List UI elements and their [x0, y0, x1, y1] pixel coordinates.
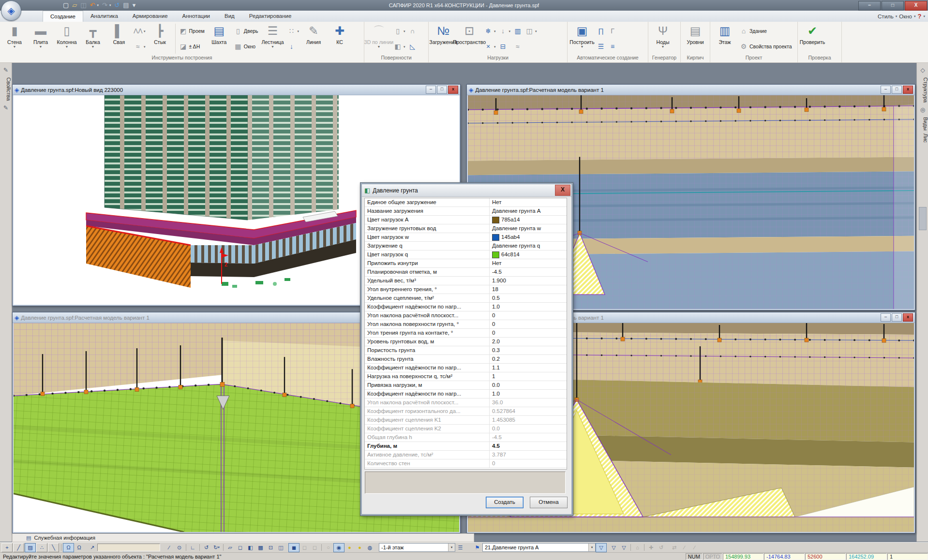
- slope-button[interactable]: ↗: [87, 544, 97, 552]
- view-mode-5-button[interactable]: ⊡: [266, 544, 276, 552]
- ribbon-button-Здание[interactable]: ⌂Здание: [739, 26, 792, 36]
- ribbon-button-docs-icon[interactable]: ≡: [608, 42, 617, 51]
- snap-line-button[interactable]: ╱: [13, 543, 24, 552]
- property-value[interactable]: 0: [490, 311, 567, 320]
- view-mode-1-button[interactable]: ▱: [225, 544, 235, 552]
- menu-Стиль[interactable]: Стиль: [878, 14, 894, 19]
- property-value[interactable]: 0.2: [490, 355, 567, 363]
- ribbon-button-point-grid-icon[interactable]: ∷▾: [287, 26, 299, 36]
- view-ghost-button[interactable]: ◻: [299, 544, 310, 552]
- filter-button[interactable]: ▽: [596, 543, 607, 552]
- ribbon-button-spring-icon[interactable]: ≈▾: [134, 42, 146, 51]
- undo-icon[interactable]: ↶: [90, 0, 95, 11]
- rotate-cw-button[interactable]: ↻▾: [211, 544, 222, 552]
- ribbon-button-Балка[interactable]: ┳Балка▼: [80, 23, 105, 55]
- load-select[interactable]: 21.Давление грунта A▾: [482, 543, 596, 552]
- ribbon-button-stairs-gen-icon[interactable]: ☰: [597, 42, 605, 51]
- ribbon-button-3D по линии[interactable]: ⌒3D по линии▼: [366, 23, 391, 55]
- slash-b-button[interactable]: ∕: [689, 544, 700, 552]
- caret-icon[interactable]: ▾: [914, 15, 916, 18]
- ruler-icon[interactable]: ▤: [123, 0, 129, 11]
- ribbon-button-Дверь[interactable]: ▯Дверь: [234, 26, 258, 36]
- pan-button[interactable]: ✚: [646, 544, 656, 552]
- tab-Вид[interactable]: Вид: [217, 11, 242, 22]
- lamp-active-button[interactable]: ◉: [333, 543, 344, 552]
- property-row[interactable]: Коэффициент сцепления K11.453085: [365, 416, 567, 425]
- property-row[interactable]: Глубина, м4.5: [365, 442, 567, 451]
- ribbon-button-Проем[interactable]: ◩Проем: [179, 26, 205, 36]
- ribbon-button-Колонна[interactable]: ▯Колонна▼: [54, 23, 79, 55]
- property-value[interactable]: 1.453085: [490, 416, 567, 424]
- ribbon-button-elastic-support-icon[interactable]: ≈: [513, 42, 522, 51]
- sync-icon[interactable]: ↺: [114, 0, 120, 11]
- property-value[interactable]: 36.0: [490, 398, 567, 407]
- coordinate-field[interactable]: [97, 544, 160, 551]
- levels-list-button[interactable]: ☰: [455, 544, 465, 552]
- ribbon-button-Загружения[interactable]: №Загружения: [431, 23, 456, 55]
- structure-tab[interactable]: Структура: [917, 77, 928, 103]
- ribbon-button-Лестница[interactable]: ☰Лестница▼: [260, 23, 285, 55]
- lock-a-button[interactable]: Ω: [63, 543, 74, 552]
- property-value[interactable]: 145ab4: [490, 233, 567, 241]
- snap-points-button[interactable]: ∴: [36, 543, 47, 552]
- property-row[interactable]: Цвет нагрузок q64c814: [365, 251, 567, 259]
- properties-tab[interactable]: Свойства: [0, 77, 12, 101]
- property-row[interactable]: Угол наклона поверхности грунта, °0: [365, 320, 567, 329]
- ribbon-button-Ноды[interactable]: ΨНоды▼: [650, 23, 675, 55]
- status-toggle-NUM[interactable]: NUM: [686, 553, 703, 560]
- property-row[interactable]: Цвет нагрузок w145ab4: [365, 233, 567, 242]
- ribbon-button-Окно[interactable]: ▦Окно: [234, 42, 258, 51]
- property-row[interactable]: Угол наклона расчётной плоскост...36.0: [365, 398, 567, 407]
- lamp-angle-button[interactable]: ●: [355, 544, 365, 552]
- app-close-button[interactable]: X: [905, 1, 927, 11]
- ribbon-button-wind-load-icon[interactable]: ×▾: [484, 42, 496, 51]
- property-value[interactable]: 64c814: [490, 251, 567, 259]
- property-value[interactable]: Давление грунта A: [490, 207, 567, 215]
- app-minimize-button[interactable]: –: [858, 1, 881, 11]
- property-value[interactable]: 1.0: [490, 303, 567, 311]
- move-button[interactable]: ⇄: [669, 544, 679, 552]
- property-value[interactable]: 4.5: [490, 442, 567, 450]
- window-minimize-button[interactable]: –: [881, 313, 891, 322]
- service-info-bar[interactable]: ▤ Служебная информация: [12, 533, 474, 542]
- ribbon-button-Свойства проекта[interactable]: ⚙Свойства проекта: [739, 42, 792, 51]
- view-mode-4-button[interactable]: ▩: [255, 544, 266, 552]
- dialog-titlebar[interactable]: ◧ Давление грунта X: [362, 184, 571, 197]
- view-mode-2-button[interactable]: ◻: [235, 544, 245, 552]
- ribbon-button-± ΔН[interactable]: ◪± ΔН: [179, 42, 205, 51]
- view-mode-3-button[interactable]: ◧: [245, 544, 255, 552]
- ribbon-button-Этаж[interactable]: ▥Этаж: [712, 23, 737, 55]
- property-value[interactable]: -4.5: [490, 433, 567, 442]
- snap-area-button[interactable]: ▨: [25, 543, 36, 552]
- menu-Окно[interactable]: Окно: [899, 14, 912, 19]
- property-row[interactable]: Коэффициент надёжности по нагр...1.0: [365, 390, 567, 398]
- ribbon-button-Свая[interactable]: ▌Свая: [106, 23, 132, 55]
- ribbon-button-drop-icon[interactable]: ↓: [287, 42, 299, 51]
- caret-icon[interactable]: ▾: [896, 15, 898, 18]
- property-row[interactable]: Количество стен0: [365, 459, 567, 468]
- app-maximize-button[interactable]: □: [882, 1, 904, 11]
- property-row[interactable]: Влажность грунта0.2: [365, 355, 567, 364]
- property-value[interactable]: Давление грунта q: [490, 242, 567, 250]
- property-value[interactable]: Давление грунта w: [490, 224, 567, 233]
- ribbon-button-Проверить[interactable]: ✔Проверить: [800, 23, 825, 55]
- property-row[interactable]: Цвет нагрузок A785a14: [365, 216, 567, 224]
- caret-icon[interactable]: ▾: [923, 15, 925, 18]
- property-value[interactable]: 0.0: [490, 381, 567, 389]
- property-row[interactable]: Удельное сцепление, т/м²0.5: [365, 294, 567, 303]
- redo-icon[interactable]: ↷: [102, 0, 107, 11]
- tab-Армирование[interactable]: Армирование: [125, 11, 175, 22]
- window-close-button[interactable]: x: [903, 86, 913, 94]
- window-close-button[interactable]: x: [448, 86, 458, 94]
- view-current-button[interactable]: ◼: [288, 543, 299, 552]
- filter-pick-button[interactable]: ▽: [609, 544, 619, 552]
- dialog-close-button[interactable]: X: [555, 185, 570, 196]
- ribbon-button-Пространство[interactable]: ⊡Пространство: [457, 23, 482, 55]
- property-row[interactable]: Пористость грунта0.3: [365, 346, 567, 355]
- edit-properties-icon-2[interactable]: ✎: [0, 104, 12, 111]
- property-value[interactable]: 3.787: [490, 451, 567, 459]
- toolbar-overflow-icon[interactable]: ▾: [133, 0, 136, 11]
- new-file-icon[interactable]: ▢: [63, 0, 69, 11]
- ribbon-button-soil-pressure-icon[interactable]: ▥: [513, 26, 522, 36]
- measure-line-button[interactable]: ∕: [164, 544, 174, 552]
